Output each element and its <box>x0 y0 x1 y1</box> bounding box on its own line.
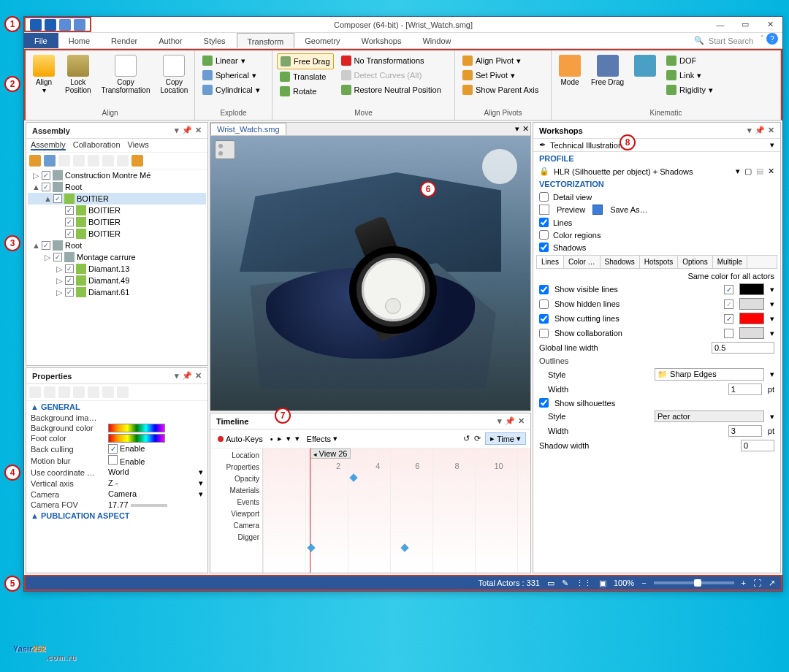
tab-options[interactable]: Options <box>678 256 712 268</box>
pin-icon[interactable]: 📌 <box>182 126 192 135</box>
tool-icon[interactable] <box>117 155 129 167</box>
set-pivot-button[interactable]: Set Pivot ▾ <box>460 68 541 83</box>
tool-icon[interactable] <box>44 155 56 167</box>
tab-author[interactable]: Author <box>148 33 193 48</box>
link-button[interactable]: Link ▾ <box>663 68 716 83</box>
redo-icon[interactable] <box>74 19 85 31</box>
tool-icon[interactable] <box>44 386 56 398</box>
show-hidden-check[interactable] <box>539 299 549 309</box>
close-panel-icon[interactable]: ✕ <box>768 126 774 135</box>
tool-icon[interactable] <box>58 386 70 398</box>
help-icon[interactable]: ? <box>766 33 778 45</box>
tab-geometry[interactable]: Geometry <box>294 33 351 48</box>
same-color-check[interactable]: ✓ <box>724 285 733 294</box>
property-row[interactable]: Motion blur Enable <box>26 454 207 467</box>
detail-view-check[interactable] <box>539 192 549 202</box>
tool-icon[interactable] <box>29 155 41 167</box>
visible-color-swatch[interactable] <box>739 283 764 295</box>
maximize-button[interactable]: ▭ <box>733 17 758 33</box>
viewport-canvas[interactable] <box>210 136 530 411</box>
show-cutting-check[interactable] <box>539 314 549 324</box>
keyframe[interactable] <box>307 543 315 551</box>
same-color-check[interactable]: ✓ <box>724 314 733 324</box>
tree-node[interactable]: ✓BOITIER <box>28 205 206 216</box>
kine-free-drag-button[interactable]: Free Drag <box>588 53 627 88</box>
property-row[interactable]: Background ima… <box>26 413 207 423</box>
fit-icon[interactable]: ⛶ <box>753 579 761 587</box>
tool-icon[interactable] <box>73 155 85 167</box>
tab-workshops[interactable]: Workshops <box>351 33 413 48</box>
tree-node[interactable]: ▲✓Root <box>28 240 206 251</box>
kine-drag-icon[interactable] <box>631 53 659 80</box>
explode-linear[interactable]: Linear ▾ <box>199 53 263 68</box>
status-icon[interactable]: ▭ <box>547 579 554 588</box>
show-silhouettes-check[interactable] <box>539 398 549 408</box>
close-panel-icon[interactable]: ✕ <box>518 416 525 426</box>
same-color-check[interactable] <box>724 329 733 338</box>
tree-node[interactable]: ▷✓Montage carrure <box>28 251 206 263</box>
subtab-views[interactable]: Views <box>128 140 149 150</box>
tab-hotspots[interactable]: Hotspots <box>640 256 678 268</box>
profile-select[interactable]: HLR (Silhouette per object) + Shadows <box>554 167 731 176</box>
shadow-width-input[interactable] <box>741 440 774 451</box>
hidden-color-swatch[interactable] <box>739 298 764 310</box>
minimize-button[interactable]: — <box>708 17 733 33</box>
tool-icon[interactable] <box>29 386 41 398</box>
tree-node[interactable]: ▷✓Diamant.61 <box>28 286 206 298</box>
close-button[interactable]: ✕ <box>758 17 782 33</box>
tool-icon[interactable]: ▾ <box>295 434 300 443</box>
tool-icon[interactable] <box>117 386 129 398</box>
keyframe[interactable] <box>349 473 357 481</box>
tab-file[interactable]: File <box>24 33 58 48</box>
tree-node[interactable]: ✓BOITIER <box>28 228 206 240</box>
dropdown-icon[interactable]: ▾ <box>770 140 774 150</box>
collab-color-swatch[interactable] <box>739 327 764 339</box>
tool-icon[interactable] <box>102 386 114 398</box>
outline-style-select[interactable]: 📁 Sharp Edges <box>655 368 764 381</box>
dropdown-icon[interactable]: ▾ <box>175 126 179 135</box>
property-row[interactable]: Background color <box>26 423 207 433</box>
mode-button[interactable]: Mode <box>556 53 584 88</box>
tool-icon[interactable] <box>88 386 99 398</box>
tab-styles[interactable]: Styles <box>194 33 237 48</box>
pin-icon[interactable]: 📌 <box>505 416 515 426</box>
tool-icon[interactable]: ⟳ <box>474 434 481 443</box>
tool-icon[interactable] <box>73 386 85 398</box>
time-mode-button[interactable]: ▸ Time ▾ <box>485 432 526 445</box>
close-tab-icon[interactable]: ✕ <box>522 124 529 134</box>
dropdown-icon[interactable]: ▾ <box>498 416 502 426</box>
expand-icon[interactable]: ↗ <box>769 579 775 588</box>
tool-icon[interactable]: ↺ <box>463 434 470 443</box>
free-drag-button[interactable]: Free Drag <box>277 53 334 69</box>
tree-node[interactable]: ▲✓BOITIER <box>28 193 206 205</box>
auto-keys-button[interactable]: Auto-Keys <box>215 434 266 444</box>
assembly-tree[interactable]: ▷✓Construction Montre Mé▲✓Root▲✓BOITIER✓… <box>26 169 207 365</box>
outline-width-input[interactable] <box>728 383 762 395</box>
dropdown-icon[interactable]: ▾ <box>175 371 179 381</box>
delete-profile-icon[interactable]: ✕ <box>768 167 774 176</box>
tool-icon[interactable]: ▾ <box>286 434 291 443</box>
new-profile-icon[interactable]: ▢ <box>744 167 752 176</box>
copy-location-button[interactable]: Copy Location <box>157 53 191 96</box>
property-row[interactable]: Back culling✓ Enable <box>26 443 207 454</box>
tab-lines[interactable]: Lines <box>537 256 564 268</box>
tab-shadows[interactable]: Shadows <box>601 256 640 268</box>
tab-color[interactable]: Color … <box>564 256 601 268</box>
tree-node[interactable]: ▷✓Diamant.13 <box>28 263 206 275</box>
tab-multiple[interactable]: Multiple <box>713 256 747 268</box>
status-icon[interactable]: ✎ <box>562 579 568 588</box>
tree-node[interactable]: ▷✓Construction Montre Mé <box>28 169 206 181</box>
effects-button[interactable]: Effects ▾ <box>304 433 340 444</box>
status-icon[interactable]: ⋮⋮ <box>576 579 592 588</box>
ribbon-collapse-icon[interactable]: ˆ <box>761 34 763 43</box>
profile-action-icon[interactable]: ▤ <box>756 167 763 176</box>
detect-curves-button[interactable]: Detect Curves (Alt) <box>338 68 444 83</box>
same-color-check[interactable]: ✓ <box>724 299 733 309</box>
timeline-grid[interactable]: ◂ View 26 246810 <box>263 448 530 573</box>
tree-node[interactable]: ✓BOITIER <box>28 216 206 228</box>
align-pivot-button[interactable]: Align Pivot ▾ <box>460 53 541 68</box>
no-transformations-button[interactable]: No Transformations <box>338 53 444 68</box>
rigidity-button[interactable]: Rigidity ▾ <box>663 83 716 97</box>
explode-spherical[interactable]: Spherical ▾ <box>199 68 263 83</box>
status-icon[interactable]: ▣ <box>599 579 606 588</box>
